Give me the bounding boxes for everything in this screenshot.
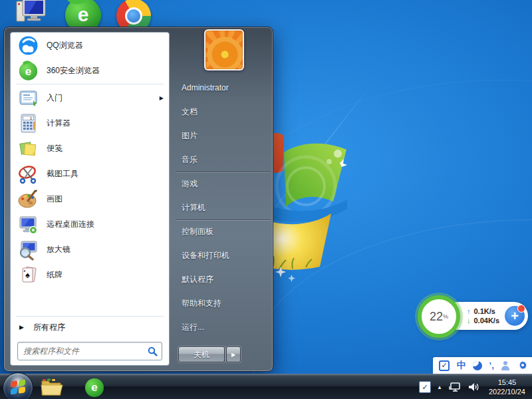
menu-item-remote-desktop[interactable]: 远程桌面连接 bbox=[11, 211, 169, 237]
show-hidden-icons-button[interactable]: ▲ bbox=[437, 384, 442, 390]
right-panel-separator bbox=[176, 219, 271, 221]
alert-dot bbox=[517, 305, 525, 313]
search-icon[interactable] bbox=[148, 346, 158, 356]
menu-item-label: 便笺 bbox=[47, 143, 63, 154]
taskbar-explorer-button[interactable] bbox=[39, 378, 65, 398]
menu-item-sticky-notes[interactable]: 便笺 bbox=[11, 136, 169, 161]
taskbar-360-browser-button[interactable]: e bbox=[81, 378, 108, 398]
upload-arrow-icon: ↑ bbox=[467, 307, 471, 316]
search-box bbox=[17, 342, 162, 360]
shutdown-button[interactable]: 关机 bbox=[178, 346, 225, 362]
user-avatar[interactable] bbox=[204, 29, 244, 70]
submenu-arrow-icon: ▶ bbox=[160, 95, 164, 101]
menu-item-computer[interactable]: 计算机 bbox=[182, 196, 269, 219]
menu-item-label: 入门 bbox=[47, 92, 63, 104]
menu-item-help-support[interactable]: 帮助和支持 bbox=[182, 291, 269, 315]
all-programs-button[interactable]: ▶ 所有程序 bbox=[11, 317, 169, 337]
menu-item-label: QQ浏览器 bbox=[47, 40, 83, 51]
calculator-icon: 0 bbox=[17, 112, 39, 134]
user-name-link[interactable]: Administrator bbox=[182, 76, 269, 100]
right-panel-separator bbox=[176, 172, 271, 173]
menu-separator bbox=[16, 316, 164, 317]
ime-punctuation-icon[interactable]: ’, bbox=[489, 360, 494, 370]
menu-item-qq-browser[interactable]: QQ浏览器 bbox=[11, 33, 169, 58]
menu-item-label: 远程桌面连接 bbox=[47, 219, 94, 230]
menu-item-calculator[interactable]: 0 计算器 bbox=[11, 110, 169, 136]
menu-item-run[interactable]: 运行... bbox=[182, 315, 269, 339]
menu-item-devices-printers[interactable]: 设备和打印机 bbox=[182, 243, 269, 267]
360-e-letter: e bbox=[78, 3, 89, 26]
all-programs-label: 所有程序 bbox=[33, 322, 65, 333]
menu-item-pictures[interactable]: 图片 bbox=[182, 124, 269, 148]
sticky-notes-icon bbox=[17, 138, 39, 160]
svg-text:♠: ♠ bbox=[25, 269, 30, 279]
menu-item-getting-started[interactable]: 入门 ▶ bbox=[11, 85, 169, 110]
menu-item-label: 放大镜 bbox=[47, 244, 70, 255]
search-input[interactable] bbox=[22, 346, 148, 356]
360-browser-icon: e bbox=[17, 60, 39, 82]
net-speed-widget: ↑ 0.1K/s ↓ 0.04K/s + 22 % bbox=[418, 293, 531, 340]
menu-spacer bbox=[11, 287, 169, 315]
menu-item-360-browser[interactable]: e 360安全浏览器 bbox=[11, 58, 169, 83]
start-button[interactable] bbox=[3, 372, 33, 399]
menu-item-label: 纸牌 bbox=[47, 269, 63, 281]
start-menu: QQ浏览器 e 360安全浏览器 bbox=[3, 27, 273, 372]
menu-item-music[interactable]: 音乐 bbox=[182, 148, 269, 172]
menu-item-control-panel[interactable]: 控制面板 bbox=[182, 219, 269, 243]
plus-icon: + bbox=[511, 309, 519, 323]
network-tray-icon[interactable] bbox=[448, 381, 462, 393]
start-menu-right-panel: Administrator 文档 图片 音乐 游戏 计算机 控制面板 设备和打印… bbox=[182, 76, 269, 339]
svg-text:0: 0 bbox=[30, 116, 32, 120]
ime-fullwidth-moon-icon[interactable] bbox=[473, 361, 482, 370]
ime-toolbar: ✓ 中 ’, bbox=[433, 357, 532, 374]
windows7-desktop-screen: e ↑ 0.1K/s ↓ 0.04K/s + 22 % ✓ 中 ’, bbox=[0, 0, 532, 399]
remote-desktop-icon bbox=[17, 213, 39, 235]
explorer-folder-icon bbox=[41, 378, 63, 397]
svg-text:♠: ♠ bbox=[23, 269, 25, 273]
percent-value: 22 bbox=[430, 310, 443, 324]
paint-icon bbox=[17, 188, 39, 210]
all-programs-arrow-icon: ▶ bbox=[19, 324, 24, 331]
menu-item-label: 截图工具 bbox=[47, 168, 78, 180]
taskbar-clock[interactable]: 15:45 2022/10/24 bbox=[486, 378, 528, 396]
menu-item-magnifier[interactable]: 放大镜 bbox=[11, 237, 169, 262]
my-computer-icon[interactable] bbox=[15, 0, 49, 29]
menu-item-default-programs[interactable]: 默认程序 bbox=[182, 267, 269, 291]
windows-logo-icon bbox=[11, 379, 25, 394]
menu-item-label: 画图 bbox=[47, 194, 63, 205]
accelerate-plus-button[interactable]: + bbox=[505, 306, 525, 326]
menu-item-solitaire[interactable]: ♠ ♠ 纸牌 bbox=[11, 262, 169, 287]
system-tray: ✓ ▲ 15:45 2022/10/24 bbox=[419, 374, 532, 399]
ime-chinese-mode-button[interactable]: 中 bbox=[457, 360, 466, 372]
ime-settings-gear-icon[interactable] bbox=[517, 360, 528, 371]
solitaire-icon: ♠ ♠ bbox=[17, 264, 39, 286]
menu-item-paint[interactable]: 画图 bbox=[11, 186, 169, 211]
magnifier-icon bbox=[17, 239, 39, 261]
menu-item-documents[interactable]: 文档 bbox=[182, 100, 269, 124]
menu-separator bbox=[16, 84, 164, 84]
shutdown-options-arrow[interactable]: ▶ bbox=[226, 346, 241, 362]
svg-text:e: e bbox=[25, 65, 31, 78]
qq-browser-icon bbox=[17, 35, 39, 57]
menu-item-snipping-tool[interactable]: 截图工具 bbox=[11, 161, 169, 186]
tray-input-indicator-icon[interactable]: ✓ bbox=[419, 381, 431, 393]
shutdown-controls: 关机 ▶ bbox=[178, 346, 241, 362]
clock-date: 2022/10/24 bbox=[489, 387, 525, 396]
menu-item-games[interactable]: 游戏 bbox=[182, 172, 269, 196]
ime-status-icon[interactable]: ✓ bbox=[439, 360, 450, 371]
getting-started-icon bbox=[17, 87, 39, 109]
download-arrow-icon: ↓ bbox=[467, 316, 471, 325]
ime-user-icon[interactable] bbox=[501, 361, 510, 370]
volume-tray-icon[interactable] bbox=[467, 381, 480, 393]
memory-percent-ball[interactable]: 22 % bbox=[418, 295, 460, 338]
menu-item-label: 计算器 bbox=[47, 118, 70, 129]
menu-item-label: 360安全浏览器 bbox=[47, 65, 100, 76]
start-menu-left-panel: QQ浏览器 e 360安全浏览器 bbox=[10, 32, 170, 366]
windows-flag-wallpaper bbox=[256, 103, 436, 309]
download-speed-value: 0.04K/s bbox=[474, 316, 500, 325]
percent-sign: % bbox=[443, 313, 448, 320]
snipping-tool-icon bbox=[17, 163, 39, 185]
360-browser-icon: e bbox=[85, 378, 104, 397]
upload-speed-value: 0.1K/s bbox=[474, 307, 495, 316]
search-row bbox=[11, 337, 169, 365]
